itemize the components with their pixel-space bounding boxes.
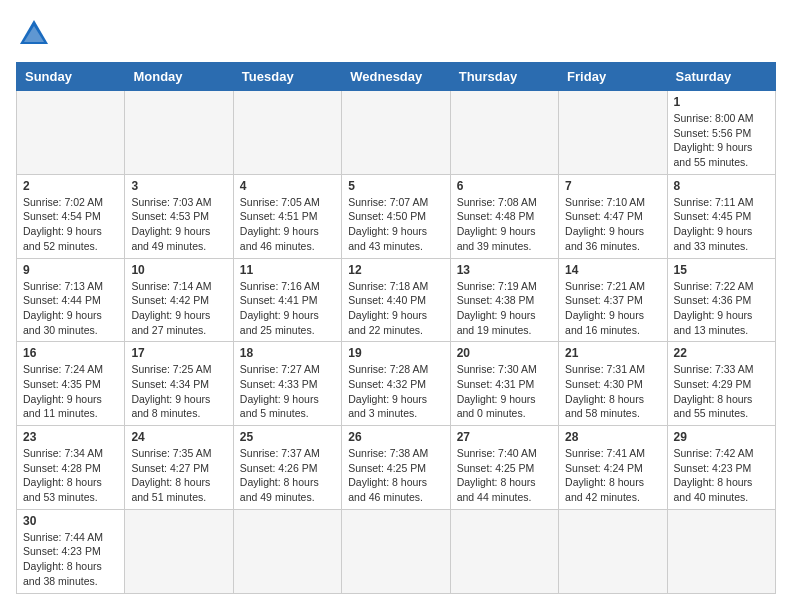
calendar-cell: 18Sunrise: 7:27 AMSunset: 4:33 PMDayligh… — [233, 342, 341, 426]
calendar-cell — [125, 509, 233, 593]
day-info: Sunrise: 7:44 AMSunset: 4:23 PMDaylight:… — [23, 530, 118, 589]
day-number: 15 — [674, 263, 769, 277]
calendar-cell — [450, 509, 558, 593]
calendar-cell: 13Sunrise: 7:19 AMSunset: 4:38 PMDayligh… — [450, 258, 558, 342]
calendar-week-row: 16Sunrise: 7:24 AMSunset: 4:35 PMDayligh… — [17, 342, 776, 426]
weekday-header-monday: Monday — [125, 63, 233, 91]
day-info: Sunrise: 7:27 AMSunset: 4:33 PMDaylight:… — [240, 362, 335, 421]
day-number: 27 — [457, 430, 552, 444]
calendar-cell — [450, 91, 558, 175]
calendar-cell: 17Sunrise: 7:25 AMSunset: 4:34 PMDayligh… — [125, 342, 233, 426]
day-info: Sunrise: 8:00 AMSunset: 5:56 PMDaylight:… — [674, 111, 769, 170]
day-number: 6 — [457, 179, 552, 193]
calendar-cell: 23Sunrise: 7:34 AMSunset: 4:28 PMDayligh… — [17, 426, 125, 510]
calendar-cell: 6Sunrise: 7:08 AMSunset: 4:48 PMDaylight… — [450, 174, 558, 258]
calendar-table: SundayMondayTuesdayWednesdayThursdayFrid… — [16, 62, 776, 594]
calendar-cell: 27Sunrise: 7:40 AMSunset: 4:25 PMDayligh… — [450, 426, 558, 510]
day-info: Sunrise: 7:37 AMSunset: 4:26 PMDaylight:… — [240, 446, 335, 505]
day-info: Sunrise: 7:19 AMSunset: 4:38 PMDaylight:… — [457, 279, 552, 338]
day-info: Sunrise: 7:07 AMSunset: 4:50 PMDaylight:… — [348, 195, 443, 254]
day-number: 25 — [240, 430, 335, 444]
weekday-header-wednesday: Wednesday — [342, 63, 450, 91]
weekday-header-tuesday: Tuesday — [233, 63, 341, 91]
calendar-cell — [559, 509, 667, 593]
day-number: 9 — [23, 263, 118, 277]
day-number: 29 — [674, 430, 769, 444]
calendar-cell: 8Sunrise: 7:11 AMSunset: 4:45 PMDaylight… — [667, 174, 775, 258]
calendar-cell: 5Sunrise: 7:07 AMSunset: 4:50 PMDaylight… — [342, 174, 450, 258]
day-info: Sunrise: 7:34 AMSunset: 4:28 PMDaylight:… — [23, 446, 118, 505]
calendar-cell — [342, 509, 450, 593]
day-info: Sunrise: 7:33 AMSunset: 4:29 PMDaylight:… — [674, 362, 769, 421]
logo-icon — [16, 16, 52, 52]
calendar-week-row: 1Sunrise: 8:00 AMSunset: 5:56 PMDaylight… — [17, 91, 776, 175]
day-info: Sunrise: 7:02 AMSunset: 4:54 PMDaylight:… — [23, 195, 118, 254]
calendar-cell — [125, 91, 233, 175]
calendar-cell: 29Sunrise: 7:42 AMSunset: 4:23 PMDayligh… — [667, 426, 775, 510]
calendar-cell: 25Sunrise: 7:37 AMSunset: 4:26 PMDayligh… — [233, 426, 341, 510]
day-number: 2 — [23, 179, 118, 193]
day-number: 3 — [131, 179, 226, 193]
day-number: 20 — [457, 346, 552, 360]
calendar-week-row: 9Sunrise: 7:13 AMSunset: 4:44 PMDaylight… — [17, 258, 776, 342]
day-number: 26 — [348, 430, 443, 444]
calendar-cell — [559, 91, 667, 175]
day-number: 30 — [23, 514, 118, 528]
day-number: 28 — [565, 430, 660, 444]
day-number: 23 — [23, 430, 118, 444]
day-number: 14 — [565, 263, 660, 277]
calendar-cell — [233, 509, 341, 593]
day-info: Sunrise: 7:16 AMSunset: 4:41 PMDaylight:… — [240, 279, 335, 338]
day-info: Sunrise: 7:38 AMSunset: 4:25 PMDaylight:… — [348, 446, 443, 505]
day-info: Sunrise: 7:22 AMSunset: 4:36 PMDaylight:… — [674, 279, 769, 338]
day-number: 16 — [23, 346, 118, 360]
logo-area — [16, 16, 54, 52]
day-number: 10 — [131, 263, 226, 277]
day-info: Sunrise: 7:30 AMSunset: 4:31 PMDaylight:… — [457, 362, 552, 421]
day-number: 13 — [457, 263, 552, 277]
day-number: 19 — [348, 346, 443, 360]
day-number: 11 — [240, 263, 335, 277]
calendar-cell: 9Sunrise: 7:13 AMSunset: 4:44 PMDaylight… — [17, 258, 125, 342]
calendar-cell: 28Sunrise: 7:41 AMSunset: 4:24 PMDayligh… — [559, 426, 667, 510]
day-number: 17 — [131, 346, 226, 360]
day-number: 7 — [565, 179, 660, 193]
day-info: Sunrise: 7:35 AMSunset: 4:27 PMDaylight:… — [131, 446, 226, 505]
calendar-week-row: 30Sunrise: 7:44 AMSunset: 4:23 PMDayligh… — [17, 509, 776, 593]
day-number: 22 — [674, 346, 769, 360]
weekday-header-friday: Friday — [559, 63, 667, 91]
calendar-cell: 22Sunrise: 7:33 AMSunset: 4:29 PMDayligh… — [667, 342, 775, 426]
day-number: 4 — [240, 179, 335, 193]
day-number: 5 — [348, 179, 443, 193]
day-info: Sunrise: 7:24 AMSunset: 4:35 PMDaylight:… — [23, 362, 118, 421]
calendar-cell: 11Sunrise: 7:16 AMSunset: 4:41 PMDayligh… — [233, 258, 341, 342]
calendar-cell — [233, 91, 341, 175]
calendar-cell: 7Sunrise: 7:10 AMSunset: 4:47 PMDaylight… — [559, 174, 667, 258]
day-info: Sunrise: 7:08 AMSunset: 4:48 PMDaylight:… — [457, 195, 552, 254]
day-number: 1 — [674, 95, 769, 109]
day-info: Sunrise: 7:05 AMSunset: 4:51 PMDaylight:… — [240, 195, 335, 254]
day-info: Sunrise: 7:28 AMSunset: 4:32 PMDaylight:… — [348, 362, 443, 421]
calendar-cell: 16Sunrise: 7:24 AMSunset: 4:35 PMDayligh… — [17, 342, 125, 426]
calendar-cell: 1Sunrise: 8:00 AMSunset: 5:56 PMDaylight… — [667, 91, 775, 175]
calendar-cell: 14Sunrise: 7:21 AMSunset: 4:37 PMDayligh… — [559, 258, 667, 342]
day-info: Sunrise: 7:41 AMSunset: 4:24 PMDaylight:… — [565, 446, 660, 505]
calendar-cell: 19Sunrise: 7:28 AMSunset: 4:32 PMDayligh… — [342, 342, 450, 426]
day-info: Sunrise: 7:14 AMSunset: 4:42 PMDaylight:… — [131, 279, 226, 338]
day-info: Sunrise: 7:21 AMSunset: 4:37 PMDaylight:… — [565, 279, 660, 338]
calendar-cell: 20Sunrise: 7:30 AMSunset: 4:31 PMDayligh… — [450, 342, 558, 426]
calendar-cell: 24Sunrise: 7:35 AMSunset: 4:27 PMDayligh… — [125, 426, 233, 510]
weekday-header-saturday: Saturday — [667, 63, 775, 91]
calendar-cell — [342, 91, 450, 175]
day-info: Sunrise: 7:40 AMSunset: 4:25 PMDaylight:… — [457, 446, 552, 505]
calendar-cell: 30Sunrise: 7:44 AMSunset: 4:23 PMDayligh… — [17, 509, 125, 593]
calendar-cell: 3Sunrise: 7:03 AMSunset: 4:53 PMDaylight… — [125, 174, 233, 258]
weekday-header-sunday: Sunday — [17, 63, 125, 91]
calendar-cell: 10Sunrise: 7:14 AMSunset: 4:42 PMDayligh… — [125, 258, 233, 342]
calendar-week-row: 23Sunrise: 7:34 AMSunset: 4:28 PMDayligh… — [17, 426, 776, 510]
calendar-cell — [667, 509, 775, 593]
calendar-cell: 21Sunrise: 7:31 AMSunset: 4:30 PMDayligh… — [559, 342, 667, 426]
day-info: Sunrise: 7:13 AMSunset: 4:44 PMDaylight:… — [23, 279, 118, 338]
day-number: 24 — [131, 430, 226, 444]
day-info: Sunrise: 7:11 AMSunset: 4:45 PMDaylight:… — [674, 195, 769, 254]
